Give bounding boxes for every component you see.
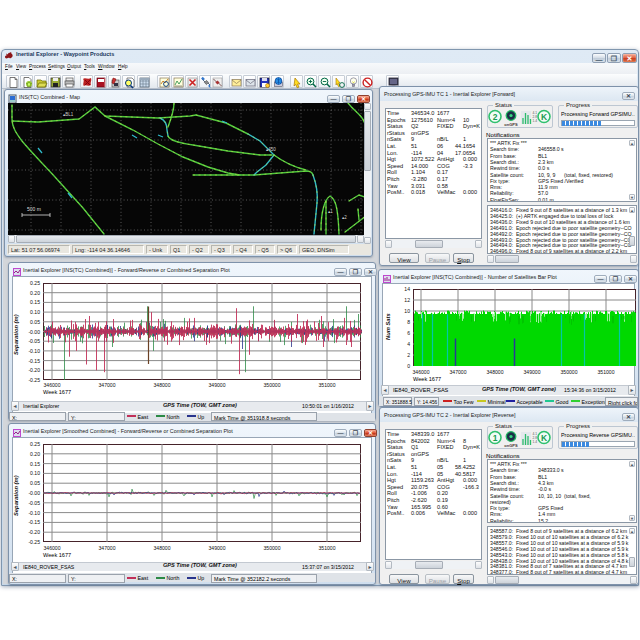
svg-text:1: 1	[493, 433, 498, 443]
svg-text:▴BL1: ▴BL1	[63, 112, 74, 117]
svg-text:K: K	[541, 112, 548, 122]
svg-text:1.4: 1.4	[533, 440, 538, 444]
svg-text:▴2: ▴2	[342, 215, 347, 220]
svg-text:▴450: ▴450	[266, 147, 276, 152]
svg-text:K: K	[541, 433, 548, 443]
svg-text:▴1: ▴1	[328, 209, 333, 214]
svg-text:2: 2	[493, 112, 498, 122]
svg-text:onGPS: onGPS	[504, 443, 518, 448]
svg-text:1.4: 1.4	[533, 119, 538, 123]
svg-text:500 m: 500 m	[27, 206, 41, 212]
svg-text:onGPS: onGPS	[504, 122, 518, 127]
